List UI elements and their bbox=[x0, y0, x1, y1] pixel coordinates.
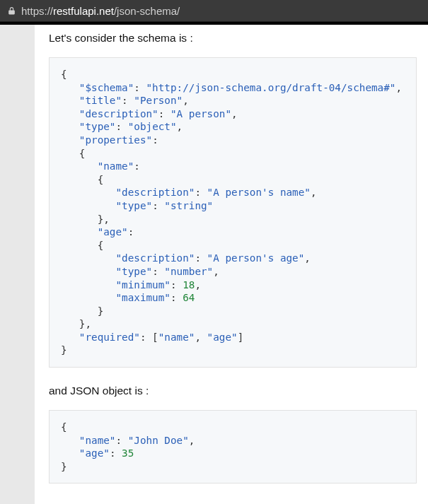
code-token: : bbox=[195, 252, 207, 264]
code-token: } bbox=[61, 461, 67, 472]
code-token: , bbox=[213, 266, 219, 277]
code-token: "description" bbox=[115, 187, 195, 198]
intro-text-1: Let's consider the schema is : bbox=[49, 32, 428, 45]
code-token: { bbox=[61, 421, 67, 433]
url-display[interactable]: https://restfulapi.net/json-schema/ bbox=[21, 5, 180, 17]
code-token: "title" bbox=[79, 95, 122, 106]
code-token: "required" bbox=[79, 332, 140, 343]
article-content: Let's consider the schema is : { "$schem… bbox=[35, 25, 428, 504]
code-token: "description" bbox=[79, 108, 158, 119]
url-host: restfulapi.net bbox=[53, 5, 114, 17]
code-token: : bbox=[195, 187, 207, 198]
code-token: : bbox=[134, 82, 146, 93]
code-token: : [ bbox=[140, 332, 158, 343]
code-token: "name" bbox=[79, 435, 116, 446]
code-token: { bbox=[98, 174, 104, 185]
code-token: }, bbox=[98, 213, 110, 225]
url-path: /json-schema/ bbox=[114, 5, 180, 17]
code-token: : bbox=[170, 279, 183, 291]
code-token: }, bbox=[79, 318, 91, 329]
code-token: : bbox=[115, 435, 127, 446]
code-token: , bbox=[177, 121, 183, 132]
code-token: , bbox=[183, 95, 189, 106]
lock-icon bbox=[6, 5, 17, 16]
code-token: "object" bbox=[128, 121, 177, 132]
code-token: "Person" bbox=[134, 95, 183, 106]
code-token: 18 bbox=[183, 279, 195, 291]
code-token: 64 bbox=[183, 292, 195, 303]
schema-code-block[interactable]: { "$schema": "http://json-schema.org/dra… bbox=[49, 57, 417, 368]
code-token: : bbox=[115, 121, 127, 132]
code-token: "age" bbox=[98, 226, 128, 238]
code-token: "number" bbox=[164, 266, 213, 277]
code-token: "name" bbox=[98, 160, 134, 172]
code-token: "John Doe" bbox=[128, 435, 189, 446]
code-token: : bbox=[128, 226, 134, 238]
code-token: : bbox=[158, 108, 170, 119]
code-token: "description" bbox=[115, 252, 195, 264]
code-token: , bbox=[311, 187, 317, 198]
code-token: 35 bbox=[122, 447, 134, 459]
code-token: , bbox=[304, 252, 311, 264]
intro-text-2: and JSON object is : bbox=[49, 385, 428, 397]
code-token: { bbox=[98, 240, 104, 251]
code-token: "properties" bbox=[79, 134, 152, 146]
code-token: : bbox=[152, 200, 164, 211]
code-token: } bbox=[61, 344, 67, 356]
json-object-code-block[interactable]: { "name": "John Doe", "age": 35 } bbox=[49, 410, 417, 484]
code-token: "age" bbox=[79, 447, 110, 459]
page-background: Let's consider the schema is : { "$schem… bbox=[0, 25, 428, 504]
code-token: "maximum" bbox=[115, 292, 170, 303]
code-token: , bbox=[195, 279, 201, 291]
code-token: : bbox=[170, 292, 183, 303]
browser-address-bar[interactable]: https://restfulapi.net/json-schema/ bbox=[0, 0, 428, 22]
url-scheme: https:// bbox=[21, 5, 53, 17]
code-token: : bbox=[134, 160, 140, 172]
code-token: "A person's age" bbox=[207, 252, 305, 264]
code-token: { bbox=[79, 148, 86, 159]
code-token: , bbox=[395, 82, 402, 93]
code-token: "name" bbox=[158, 332, 195, 343]
code-token: "type" bbox=[115, 200, 152, 211]
code-token: { bbox=[61, 69, 67, 80]
code-token: , bbox=[189, 435, 195, 446]
code-token: : bbox=[152, 134, 158, 146]
code-token: "type" bbox=[79, 121, 116, 132]
code-token: , bbox=[195, 332, 207, 343]
code-token: "age" bbox=[207, 332, 238, 343]
code-token: "type" bbox=[115, 266, 152, 277]
code-token: : bbox=[110, 447, 122, 459]
code-token: ] bbox=[238, 332, 244, 343]
code-token: "$schema" bbox=[79, 82, 134, 93]
code-token: } bbox=[98, 305, 104, 317]
code-token: "minimum" bbox=[115, 279, 170, 291]
code-token: "string" bbox=[164, 200, 213, 211]
code-token: , bbox=[231, 108, 238, 119]
code-token: : bbox=[122, 95, 134, 106]
code-token: "A person" bbox=[170, 108, 231, 119]
code-token: "http://json-schema.org/draft-04/schema#… bbox=[146, 82, 396, 93]
code-token: "A person's name" bbox=[207, 187, 311, 198]
code-token: : bbox=[152, 266, 164, 277]
